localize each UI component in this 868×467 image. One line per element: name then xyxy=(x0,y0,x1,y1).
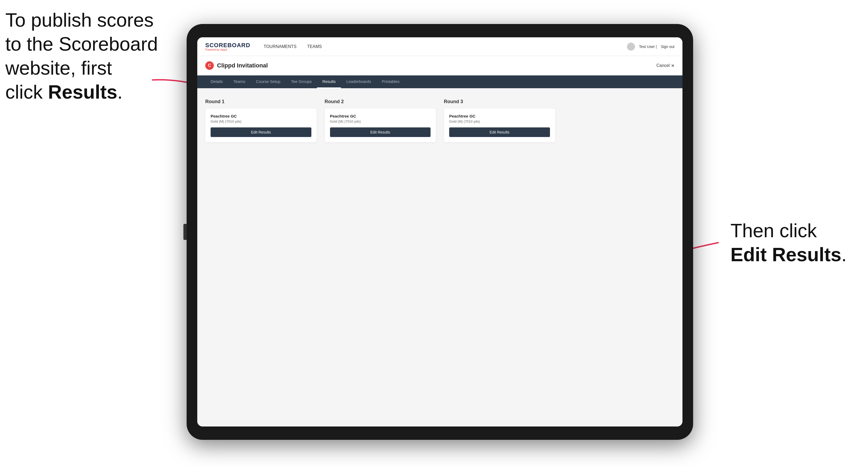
instruction-right: Then click Edit Results. xyxy=(731,219,847,267)
cancel-button[interactable]: Cancel ✕ xyxy=(656,63,675,68)
tab-results[interactable]: Results xyxy=(317,75,341,88)
round-3-title: Round 3 xyxy=(444,99,555,104)
nav-tournaments[interactable]: TOURNAMENTS xyxy=(264,43,297,51)
round-1-edit-results-button[interactable]: Edit Results xyxy=(211,127,311,137)
nav-teams[interactable]: TEAMS xyxy=(307,43,322,51)
round-2-edit-results-button[interactable]: Edit Results xyxy=(330,127,431,137)
content-area: Round 1 Peachtree GC Gold (M) (7010 yds)… xyxy=(197,88,682,427)
logo-area: SCOREBOARD Powered by clippd xyxy=(205,42,250,51)
user-name: Test User | xyxy=(639,44,657,49)
instruction-line4: click Results. xyxy=(5,81,123,103)
tab-details[interactable]: Details xyxy=(205,75,228,88)
sub-navigation: Details Teams Course Setup Tee Groups Re… xyxy=(197,75,682,88)
round-1-title: Round 1 xyxy=(205,99,317,104)
tournament-header: C Clippd Invitational Cancel ✕ xyxy=(197,56,682,75)
instruction-left: To publish scores to the Scoreboard webs… xyxy=(5,8,158,104)
instruction-line3: website, first xyxy=(5,57,112,79)
round-3-course-details: Gold (M) (7010 yds) xyxy=(449,119,550,123)
tab-leaderboards[interactable]: Leaderboards xyxy=(341,75,376,88)
round-2-card: Peachtree GC Gold (M) (7010 yds) Edit Re… xyxy=(325,108,436,142)
tournament-title-area: C Clippd Invitational xyxy=(205,61,268,70)
round-1-course-name: Peachtree GC xyxy=(211,114,311,118)
sign-out-link[interactable]: Sign out xyxy=(661,44,675,49)
tablet-device: SCOREBOARD Powered by clippd TOURNAMENTS… xyxy=(187,24,693,440)
instruction-right-line1: Then click xyxy=(731,220,817,241)
round-2-title: Round 2 xyxy=(325,99,436,104)
tablet-side-button xyxy=(183,224,187,240)
tab-printables[interactable]: Printables xyxy=(376,75,405,88)
tablet-screen: SCOREBOARD Powered by clippd TOURNAMENTS… xyxy=(197,37,682,427)
nav-items: TOURNAMENTS TEAMS xyxy=(264,43,627,51)
tab-course-setup[interactable]: Course Setup xyxy=(251,75,286,88)
rounds-container: Round 1 Peachtree GC Gold (M) (7010 yds)… xyxy=(205,99,675,142)
instruction-line1: To publish scores xyxy=(5,9,154,31)
user-avatar xyxy=(627,43,635,51)
instruction-right-line2: Edit Results xyxy=(731,244,841,265)
round-3-column: Round 3 Peachtree GC Gold (M) (7010 yds)… xyxy=(444,99,555,142)
top-navigation: SCOREBOARD Powered by clippd TOURNAMENTS… xyxy=(197,37,682,56)
round-2-column: Round 2 Peachtree GC Gold (M) (7010 yds)… xyxy=(325,99,436,142)
tournament-name: Clippd Invitational xyxy=(217,62,268,69)
round-2-course-name: Peachtree GC xyxy=(330,114,431,118)
round-1-card: Peachtree GC Gold (M) (7010 yds) Edit Re… xyxy=(205,108,317,142)
instruction-line2: to the Scoreboard xyxy=(5,33,158,55)
round-1-column: Round 1 Peachtree GC Gold (M) (7010 yds)… xyxy=(205,99,317,142)
round-1-course-details: Gold (M) (7010 yds) xyxy=(211,119,311,123)
round-3-course-name: Peachtree GC xyxy=(449,114,550,118)
logo-sub: Powered by clippd xyxy=(205,48,250,51)
tab-tee-groups[interactable]: Tee Groups xyxy=(286,75,317,88)
nav-right: Test User | Sign out xyxy=(627,43,675,51)
round-3-edit-results-button[interactable]: Edit Results xyxy=(449,127,550,137)
round-4-column-empty xyxy=(563,99,675,142)
tab-teams[interactable]: Teams xyxy=(228,75,251,88)
logo-text: SCOREBOARD xyxy=(205,42,250,49)
tournament-logo: C xyxy=(205,61,214,70)
round-2-course-details: Gold (M) (7010 yds) xyxy=(330,119,431,123)
round-3-card: Peachtree GC Gold (M) (7010 yds) Edit Re… xyxy=(444,108,555,142)
